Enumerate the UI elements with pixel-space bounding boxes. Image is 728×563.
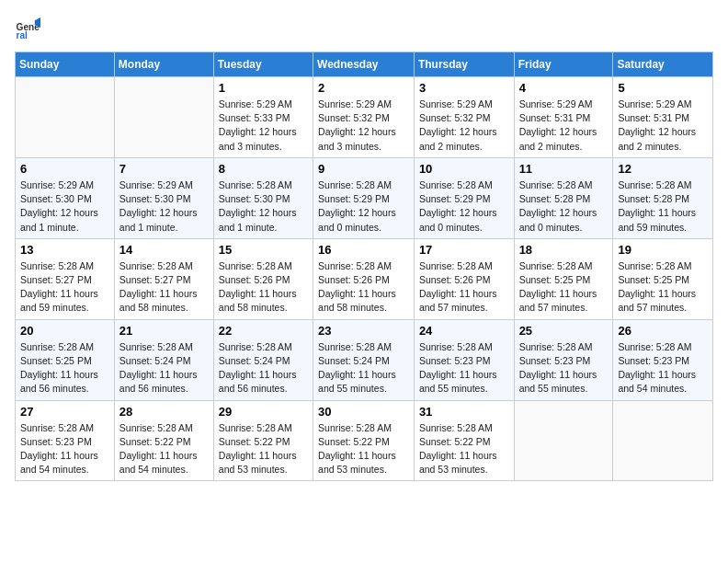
- calendar-cell: [16, 77, 115, 158]
- day-number: 7: [119, 162, 209, 176]
- logo: Gene ral: [15, 15, 44, 40]
- calendar-cell: 4Sunrise: 5:29 AM Sunset: 5:31 PM Daylig…: [514, 77, 613, 158]
- day-number: 16: [318, 243, 409, 257]
- day-info: Sunrise: 5:28 AM Sunset: 5:27 PM Dayligh…: [20, 259, 109, 316]
- day-number: 29: [219, 405, 308, 419]
- day-number: 21: [119, 324, 209, 338]
- day-info: Sunrise: 5:28 AM Sunset: 5:23 PM Dayligh…: [20, 421, 109, 477]
- day-info: Sunrise: 5:28 AM Sunset: 5:25 PM Dayligh…: [20, 340, 109, 396]
- calendar-cell: 7Sunrise: 5:29 AM Sunset: 5:30 PM Daylig…: [114, 157, 213, 238]
- day-info: Sunrise: 5:28 AM Sunset: 5:22 PM Dayligh…: [219, 421, 308, 477]
- weekday-header-row: SundayMondayTuesdayWednesdayThursdayFrid…: [16, 52, 713, 77]
- day-info: Sunrise: 5:28 AM Sunset: 5:26 PM Dayligh…: [318, 259, 409, 316]
- weekday-header: Wednesday: [313, 52, 415, 77]
- day-info: Sunrise: 5:28 AM Sunset: 5:23 PM Dayligh…: [618, 340, 708, 396]
- day-number: 6: [20, 162, 109, 176]
- calendar-week-row: 20Sunrise: 5:28 AM Sunset: 5:25 PM Dayli…: [16, 319, 713, 400]
- calendar-cell: 13Sunrise: 5:28 AM Sunset: 5:27 PM Dayli…: [16, 238, 115, 319]
- calendar-cell: 14Sunrise: 5:28 AM Sunset: 5:27 PM Dayli…: [114, 238, 213, 319]
- day-info: Sunrise: 5:29 AM Sunset: 5:32 PM Dayligh…: [419, 98, 509, 154]
- calendar-week-row: 13Sunrise: 5:28 AM Sunset: 5:27 PM Dayli…: [16, 238, 713, 319]
- day-info: Sunrise: 5:28 AM Sunset: 5:27 PM Dayligh…: [119, 259, 209, 316]
- calendar-cell: 18Sunrise: 5:28 AM Sunset: 5:25 PM Dayli…: [514, 238, 613, 319]
- day-info: Sunrise: 5:28 AM Sunset: 5:28 PM Dayligh…: [618, 178, 708, 235]
- day-info: Sunrise: 5:28 AM Sunset: 5:25 PM Dayligh…: [519, 259, 609, 316]
- calendar-cell: 21Sunrise: 5:28 AM Sunset: 5:24 PM Dayli…: [114, 319, 213, 400]
- day-info: Sunrise: 5:28 AM Sunset: 5:26 PM Dayligh…: [419, 259, 509, 316]
- day-number: 5: [618, 81, 708, 95]
- calendar-cell: [114, 77, 213, 158]
- day-info: Sunrise: 5:29 AM Sunset: 5:30 PM Dayligh…: [20, 178, 109, 235]
- calendar-cell: 12Sunrise: 5:28 AM Sunset: 5:28 PM Dayli…: [613, 157, 713, 238]
- weekday-header: Tuesday: [213, 52, 313, 77]
- day-number: 2: [318, 81, 409, 95]
- day-number: 1: [219, 81, 308, 95]
- calendar-cell: 26Sunrise: 5:28 AM Sunset: 5:23 PM Dayli…: [613, 319, 713, 400]
- day-info: Sunrise: 5:28 AM Sunset: 5:22 PM Dayligh…: [419, 421, 509, 477]
- day-info: Sunrise: 5:28 AM Sunset: 5:29 PM Dayligh…: [318, 178, 409, 235]
- calendar-week-row: 6Sunrise: 5:29 AM Sunset: 5:30 PM Daylig…: [16, 157, 713, 238]
- calendar-cell: 8Sunrise: 5:28 AM Sunset: 5:30 PM Daylig…: [213, 157, 313, 238]
- day-number: 14: [119, 243, 209, 257]
- calendar-cell: [514, 400, 613, 481]
- day-number: 30: [318, 405, 409, 419]
- day-number: 18: [519, 243, 609, 257]
- day-number: 23: [318, 324, 409, 338]
- calendar-cell: 23Sunrise: 5:28 AM Sunset: 5:24 PM Dayli…: [313, 319, 415, 400]
- day-number: 3: [419, 81, 509, 95]
- day-info: Sunrise: 5:28 AM Sunset: 5:22 PM Dayligh…: [119, 421, 209, 477]
- day-info: Sunrise: 5:29 AM Sunset: 5:30 PM Dayligh…: [119, 178, 209, 235]
- day-number: 22: [219, 324, 308, 338]
- calendar-cell: 16Sunrise: 5:28 AM Sunset: 5:26 PM Dayli…: [313, 238, 415, 319]
- calendar-cell: 27Sunrise: 5:28 AM Sunset: 5:23 PM Dayli…: [16, 400, 115, 481]
- calendar-cell: 10Sunrise: 5:28 AM Sunset: 5:29 PM Dayli…: [414, 157, 514, 238]
- calendar-week-row: 1Sunrise: 5:29 AM Sunset: 5:33 PM Daylig…: [16, 77, 713, 158]
- calendar-cell: 29Sunrise: 5:28 AM Sunset: 5:22 PM Dayli…: [213, 400, 313, 481]
- day-number: 12: [618, 162, 708, 176]
- logo-icon: Gene ral: [15, 15, 40, 40]
- calendar-cell: 28Sunrise: 5:28 AM Sunset: 5:22 PM Dayli…: [114, 400, 213, 481]
- weekday-header: Monday: [114, 52, 213, 77]
- day-number: 31: [419, 405, 509, 419]
- svg-text:ral: ral: [17, 30, 28, 40]
- day-number: 26: [618, 324, 708, 338]
- day-info: Sunrise: 5:29 AM Sunset: 5:31 PM Dayligh…: [519, 98, 609, 154]
- weekday-header: Thursday: [414, 52, 514, 77]
- day-number: 10: [419, 162, 509, 176]
- calendar-cell: 1Sunrise: 5:29 AM Sunset: 5:33 PM Daylig…: [213, 77, 313, 158]
- day-number: 17: [419, 243, 509, 257]
- day-info: Sunrise: 5:28 AM Sunset: 5:28 PM Dayligh…: [519, 178, 609, 235]
- day-number: 27: [20, 405, 109, 419]
- day-info: Sunrise: 5:28 AM Sunset: 5:24 PM Dayligh…: [219, 340, 308, 396]
- day-info: Sunrise: 5:28 AM Sunset: 5:30 PM Dayligh…: [219, 178, 308, 235]
- calendar-week-row: 27Sunrise: 5:28 AM Sunset: 5:23 PM Dayli…: [16, 400, 713, 481]
- calendar-cell: 11Sunrise: 5:28 AM Sunset: 5:28 PM Dayli…: [514, 157, 613, 238]
- day-number: 28: [119, 405, 209, 419]
- calendar-table: SundayMondayTuesdayWednesdayThursdayFrid…: [15, 52, 713, 481]
- weekday-header: Saturday: [613, 52, 713, 77]
- day-number: 13: [20, 243, 109, 257]
- calendar-cell: 25Sunrise: 5:28 AM Sunset: 5:23 PM Dayli…: [514, 319, 613, 400]
- day-number: 11: [519, 162, 609, 176]
- calendar-cell: 20Sunrise: 5:28 AM Sunset: 5:25 PM Dayli…: [16, 319, 115, 400]
- day-info: Sunrise: 5:28 AM Sunset: 5:25 PM Dayligh…: [618, 259, 708, 316]
- day-number: 9: [318, 162, 409, 176]
- calendar-cell: 30Sunrise: 5:28 AM Sunset: 5:22 PM Dayli…: [313, 400, 415, 481]
- page-header: Gene ral: [15, 15, 713, 40]
- day-info: Sunrise: 5:28 AM Sunset: 5:24 PM Dayligh…: [119, 340, 209, 396]
- day-number: 24: [419, 324, 509, 338]
- calendar-cell: 2Sunrise: 5:29 AM Sunset: 5:32 PM Daylig…: [313, 77, 415, 158]
- day-number: 25: [519, 324, 609, 338]
- calendar-cell: 9Sunrise: 5:28 AM Sunset: 5:29 PM Daylig…: [313, 157, 415, 238]
- day-info: Sunrise: 5:28 AM Sunset: 5:26 PM Dayligh…: [219, 259, 308, 316]
- calendar-cell: 6Sunrise: 5:29 AM Sunset: 5:30 PM Daylig…: [16, 157, 115, 238]
- day-info: Sunrise: 5:28 AM Sunset: 5:22 PM Dayligh…: [318, 421, 409, 477]
- calendar-cell: 19Sunrise: 5:28 AM Sunset: 5:25 PM Dayli…: [613, 238, 713, 319]
- day-number: 4: [519, 81, 609, 95]
- day-info: Sunrise: 5:28 AM Sunset: 5:23 PM Dayligh…: [519, 340, 609, 396]
- day-info: Sunrise: 5:29 AM Sunset: 5:31 PM Dayligh…: [618, 98, 708, 154]
- day-info: Sunrise: 5:28 AM Sunset: 5:23 PM Dayligh…: [419, 340, 509, 396]
- day-number: 15: [219, 243, 308, 257]
- calendar-cell: 22Sunrise: 5:28 AM Sunset: 5:24 PM Dayli…: [213, 319, 313, 400]
- day-number: 19: [618, 243, 708, 257]
